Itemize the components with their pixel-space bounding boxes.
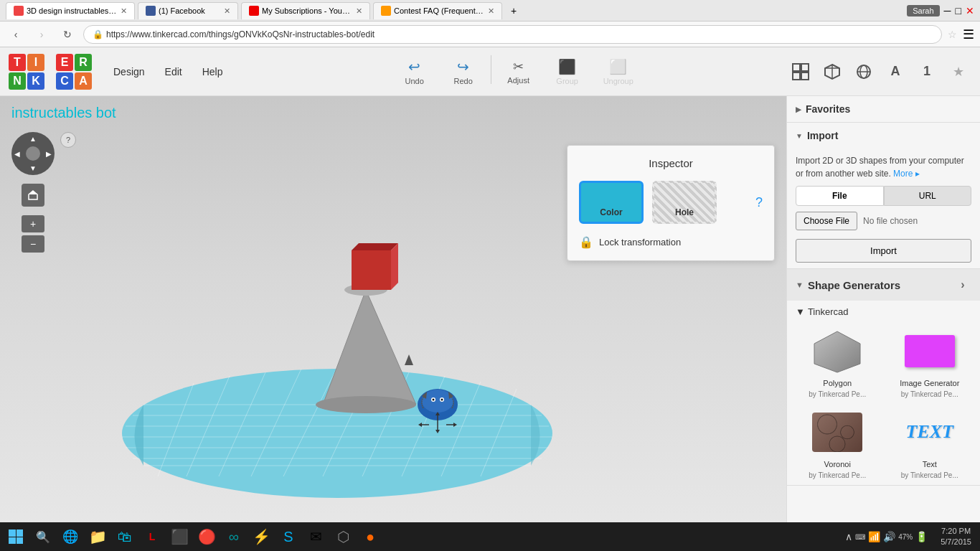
taskbar-email[interactable]: ✉	[303, 524, 329, 550]
import-tab-url[interactable]: URL	[884, 186, 972, 206]
zoom-in-button[interactable]: +	[22, 215, 44, 232]
shape-item-polygon[interactable]: Polygon by Tinkercad Pe...	[796, 326, 880, 398]
shape-generators-header[interactable]: ▼ Shape Generators ›	[787, 269, 980, 301]
taskbar-chrome[interactable]: 🔴	[194, 524, 220, 550]
tab-close-facebook[interactable]: ✕	[224, 6, 230, 16]
import-tab-file[interactable]: File	[796, 186, 884, 206]
tab-label-youtube: My Subscriptions - YouTu...	[262, 6, 353, 15]
svg-marker-35	[391, 243, 398, 290]
maximize-button[interactable]: □	[956, 5, 961, 17]
text-button[interactable]: A	[882, 59, 908, 85]
menu-help[interactable]: Help	[192, 62, 233, 82]
minimize-button[interactable]: ─	[944, 5, 951, 17]
group-icon: ⬛	[558, 58, 576, 75]
tray-volume[interactable]: 🔊	[883, 531, 895, 542]
forward-button[interactable]: ›	[32, 24, 52, 44]
system-clock[interactable]: 7:20 PM 5/7/2015	[935, 526, 977, 548]
tab-close-contest[interactable]: ✕	[488, 6, 494, 16]
taskbar-skype[interactable]: S	[275, 524, 301, 550]
tab-close-tinkercad[interactable]: ✕	[121, 6, 127, 16]
tab-close-youtube[interactable]: ✕	[356, 6, 362, 16]
taskbar-store[interactable]: 🛍	[112, 524, 138, 550]
tray-keyboard[interactable]: ⌨	[855, 533, 865, 541]
taskbar-arduino[interactable]: ∞	[221, 524, 247, 550]
lenovo-icon: L	[149, 531, 156, 542]
reload-button[interactable]: ↻	[57, 24, 77, 44]
taskbar-metro[interactable]: ⬛	[166, 524, 192, 550]
import-button[interactable]: Import	[796, 239, 971, 263]
number-button[interactable]: 1	[914, 59, 940, 85]
logo-cell-t: T	[9, 54, 26, 71]
image-gen-shape-author: by Tinkercad Pe...	[901, 390, 958, 398]
inspector-help-button[interactable]: ?	[755, 195, 763, 210]
text-thumbnail: TEXT	[897, 407, 962, 457]
menu-design[interactable]: Design	[103, 62, 155, 82]
zoom-out-button[interactable]: −	[22, 235, 44, 253]
tinkercad-logo[interactable]: T I N K	[9, 54, 44, 90]
new-tab-button[interactable]: +	[505, 2, 522, 19]
shape-item-image-gen[interactable]: Image Generator by Tinkercad Pe...	[888, 326, 972, 398]
import-file-row: Choose File No file chosen	[796, 212, 971, 230]
viewport-help-button[interactable]: ?	[60, 132, 76, 148]
taskbar: 🔍 🌐 📁 🛍 L ⬛ 🔴 ∞ ⚡ S ✉ ⬡ ● ∧ ⌨ 📶 🔊 47%	[0, 522, 980, 551]
menu-edit[interactable]: Edit	[155, 62, 192, 82]
metro-icon: ⬛	[171, 528, 189, 545]
redo-button[interactable]: ↪ Redo	[442, 55, 485, 88]
taskbar-lenovo[interactable]: L	[139, 524, 165, 550]
tinkercad-label[interactable]: ▼ Tinkercad	[796, 306, 971, 317]
star-button[interactable]: ★	[946, 59, 971, 85]
undo-icon: ↩	[408, 58, 420, 75]
lock-transformation-row: 🔒 Lock transformation	[579, 235, 763, 249]
shape-generators-close-button[interactable]: ›	[954, 276, 971, 293]
back-button[interactable]: ‹	[6, 24, 26, 44]
arrow-up-icon: ▲	[29, 135, 37, 143]
voronoi-shape-icon	[812, 413, 862, 452]
tab-tinkercad[interactable]: 3D design instructables b... ✕	[6, 2, 135, 19]
3d-viewport[interactable]: instructables bot ▲ ▼ ◀ ▶ ?	[0, 96, 786, 551]
tab-facebook[interactable]: (1) Facebook ✕	[138, 2, 238, 19]
start-button[interactable]	[3, 524, 29, 550]
tray-up-arrow[interactable]: ∧	[845, 531, 852, 542]
color-option[interactable]: Color	[579, 181, 644, 224]
group-button[interactable]: ⬛ Group	[546, 55, 589, 88]
shape-item-text[interactable]: TEXT Text by Tinkercad Pe...	[888, 407, 972, 479]
undo-label: Undo	[405, 77, 424, 85]
tray-battery[interactable]: 🔋	[915, 531, 928, 542]
orbit-control[interactable]: ▲ ▼ ◀ ▶	[11, 132, 55, 175]
favorites-header[interactable]: ▶ Favorites	[787, 96, 980, 122]
taskbar-app2[interactable]: ⚡	[248, 524, 274, 550]
import-more-link[interactable]: More ▸	[893, 169, 920, 179]
svg-rect-2	[793, 72, 800, 80]
choose-file-button[interactable]: Choose File	[796, 212, 857, 230]
3d-view-button[interactable]	[819, 59, 845, 85]
taskbar-folder[interactable]: 📁	[85, 524, 110, 550]
text-shape-icon: TEXT	[905, 414, 955, 450]
taskbar-search[interactable]: 🔍	[30, 524, 56, 550]
import-header[interactable]: ▼ Import	[787, 123, 980, 149]
arrow-right-icon: ▶	[46, 150, 52, 158]
shape-item-voronoi[interactable]: Voronoi by Tinkercad Pe...	[796, 407, 880, 479]
home-view-button[interactable]	[22, 184, 44, 207]
tab-youtube[interactable]: My Subscriptions - YouTu... ✕	[241, 2, 370, 19]
undo-button[interactable]: ↩ Undo	[393, 55, 436, 88]
taskbar-app3[interactable]: ●	[357, 524, 383, 550]
adjust-button[interactable]: ✂ Adjust	[497, 55, 540, 88]
browser-menu-button[interactable]: ☰	[963, 27, 974, 42]
unity-icon: ⬡	[337, 528, 349, 545]
image-gen-thumbnail	[897, 326, 962, 376]
url-bar[interactable]: 🔒 https://www.tinkercad.com/things/gONVk…	[83, 25, 942, 44]
logo-cell-n: N	[9, 72, 26, 90]
taskbar-ie[interactable]: 🌐	[57, 524, 83, 550]
bookmark-button[interactable]: ☆	[948, 29, 957, 40]
ungroup-button[interactable]: ⬜ Ungroup	[595, 55, 642, 88]
svg-point-41	[433, 399, 435, 401]
tray-network[interactable]: 📶	[868, 531, 880, 542]
hole-option[interactable]: Hole	[652, 181, 717, 224]
close-button[interactable]: ✕	[966, 5, 974, 17]
ie-icon: 🌐	[62, 529, 78, 545]
user-profile-button[interactable]: Sarah	[907, 5, 939, 17]
grid-view-button[interactable]	[788, 59, 814, 85]
wireframe-button[interactable]	[851, 59, 877, 85]
tab-contest[interactable]: Contest FAQ (Frequently ... ✕	[373, 2, 502, 19]
taskbar-unity[interactable]: ⬡	[330, 524, 356, 550]
